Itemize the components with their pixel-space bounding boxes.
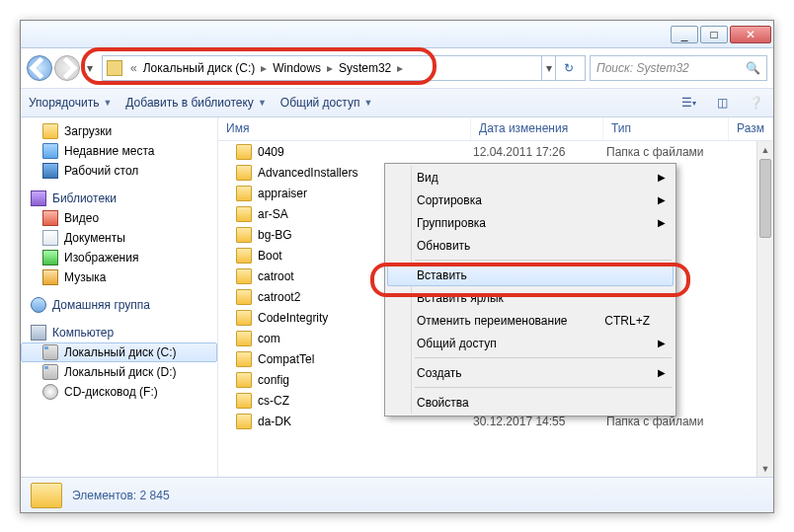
search-input[interactable]: Поиск: System32 🔍 (590, 55, 767, 81)
menu-item[interactable]: Общий доступ▶ (387, 332, 674, 354)
disk-icon (42, 364, 58, 380)
chevron-right-icon[interactable]: ▸ (257, 61, 271, 75)
menu-item-label: Вставить ярлык (417, 291, 504, 305)
menu-item[interactable]: Свойства (387, 391, 674, 414)
menu-item[interactable]: Сортировка▶ (387, 189, 674, 211)
col-name[interactable]: Имя (218, 117, 471, 140)
sidebar-item-label: CD-дисковод (F:) (64, 385, 158, 399)
menu-item[interactable]: Вид▶ (387, 166, 674, 189)
pc-icon (31, 325, 46, 341)
folder-icon (236, 268, 252, 284)
folder-icon (107, 60, 122, 76)
breadcrumb-seg[interactable]: Локальный диск (C:) (141, 61, 258, 75)
close-icon: ✕ (746, 28, 755, 41)
breadcrumb[interactable]: « Локальный диск (C:) ▸ Windows ▸ System… (102, 55, 586, 81)
table-row[interactable]: 040912.04.2011 17:26Папка с файлами (218, 141, 773, 162)
submenu-arrow-icon: ▶ (658, 217, 666, 228)
scrollbar[interactable]: ▲ ▼ (756, 141, 773, 477)
col-size[interactable]: Разм (729, 117, 773, 140)
folder-icon (236, 165, 252, 181)
search-icon: 🔍 (746, 61, 760, 75)
menu-item-label: Обновить (417, 239, 470, 253)
folder-icon (236, 393, 252, 409)
sidebar-item[interactable]: CD-дисковод (F:) (21, 382, 217, 402)
organize-button[interactable]: Упорядочить▼ (29, 96, 112, 110)
scroll-down-icon[interactable]: ▼ (757, 460, 773, 477)
breadcrumb-seg[interactable]: Windows (271, 61, 323, 75)
share-button[interactable]: Общий доступ▼ (280, 96, 373, 110)
menu-separator (415, 387, 672, 388)
sidebar-item[interactable]: Музыка (21, 267, 217, 287)
col-date[interactable]: Дата изменения (471, 117, 603, 140)
sidebar-item-label: Недавние места (64, 144, 154, 158)
breadcrumb-overflow[interactable]: « (126, 61, 141, 75)
sidebar-item[interactable]: Изображения (21, 248, 217, 267)
folder-icon (42, 123, 58, 139)
img-icon (42, 250, 58, 266)
chevron-right-icon[interactable]: ▸ (393, 61, 407, 75)
forward-button[interactable] (54, 55, 80, 81)
sidebar-item[interactable]: Загрузки (21, 121, 217, 141)
folder-icon (236, 186, 252, 201)
folder-icon (236, 351, 252, 367)
doc-icon (42, 230, 58, 246)
sidebar-item[interactable]: Документы (21, 228, 217, 248)
preview-pane-button[interactable]: ◫ (712, 93, 732, 113)
folder-icon (236, 227, 252, 243)
sidebar-item-label: Загрузки (64, 124, 112, 138)
menu-item-label: Вставить (417, 268, 467, 282)
sidebar-item[interactable]: Недавние места (21, 141, 217, 161)
menu-item[interactable]: Вставить (387, 264, 674, 286)
context-menu: Вид▶Сортировка▶Группировка▶ОбновитьВстав… (384, 163, 676, 417)
disk-icon (42, 344, 58, 360)
col-type[interactable]: Тип (603, 117, 729, 140)
scroll-thumb[interactable] (759, 159, 771, 238)
close-button[interactable]: ✕ (730, 26, 771, 43)
menu-separator (415, 357, 672, 358)
history-dropdown[interactable]: ▾ (82, 55, 98, 81)
menu-item-label: Группировка (417, 216, 486, 230)
folder-icon (236, 289, 252, 305)
sidebar-item[interactable]: Рабочий стол (21, 161, 217, 181)
breadcrumb-seg[interactable]: System32 (337, 61, 393, 75)
menu-item[interactable]: Создать▶ (387, 361, 674, 384)
sidebar-item[interactable]: Библиотеки (21, 189, 217, 208)
sidebar-item[interactable]: Домашняя группа (21, 295, 217, 315)
scroll-up-icon[interactable]: ▲ (757, 141, 773, 158)
folder-icon (236, 206, 252, 222)
menu-item[interactable]: Отменить переименованиеCTRL+Z (387, 309, 674, 332)
menu-item[interactable]: Вставить ярлык (387, 286, 674, 309)
menu-item[interactable]: Обновить (387, 234, 674, 257)
sidebar-item[interactable]: Локальный диск (D:) (21, 362, 217, 382)
music-icon (42, 269, 58, 285)
sidebar-item-label: Изображения (64, 251, 138, 265)
menu-item-label: Общий доступ (417, 337, 497, 350)
menu-item[interactable]: Группировка▶ (387, 211, 674, 234)
sidebar-item[interactable]: Компьютер (21, 323, 217, 342)
breadcrumb-dropdown[interactable]: ▾ (541, 55, 555, 81)
view-options-button[interactable]: ☰▾ (678, 93, 698, 113)
sidebar-item-label: Видео (64, 211, 99, 225)
sidebar-item[interactable]: Локальный диск (C:) (21, 342, 217, 362)
help-button[interactable]: ❔ (746, 93, 765, 113)
back-button[interactable] (27, 55, 52, 81)
submenu-arrow-icon: ▶ (658, 194, 666, 205)
lib-icon (31, 190, 46, 206)
toolbar: Упорядочить▼ Добавить в библиотеку▼ Общи… (21, 88, 773, 117)
chevron-right-icon[interactable]: ▸ (323, 61, 337, 75)
add-to-library-button[interactable]: Добавить в библиотеку▼ (125, 96, 266, 110)
menu-separator (415, 260, 672, 261)
sidebar-item[interactable]: Видео (21, 208, 217, 228)
minimize-button[interactable]: _ (671, 26, 698, 43)
maximize-button[interactable]: □ (700, 26, 728, 43)
group-icon (31, 297, 46, 313)
status-bar: Элементов: 2 845 (21, 477, 773, 512)
sidebar: ЗагрузкиНедавние местаРабочий столБиблио… (21, 117, 218, 477)
file-name: 0409 (258, 145, 473, 159)
file-type: Папка с файлами (606, 145, 733, 159)
folder-icon (236, 372, 252, 388)
sidebar-item-label: Домашняя группа (52, 298, 150, 312)
folder-icon (236, 310, 252, 326)
refresh-button[interactable]: ↻ (555, 55, 581, 81)
sidebar-item-label: Локальный диск (C:) (64, 345, 177, 359)
